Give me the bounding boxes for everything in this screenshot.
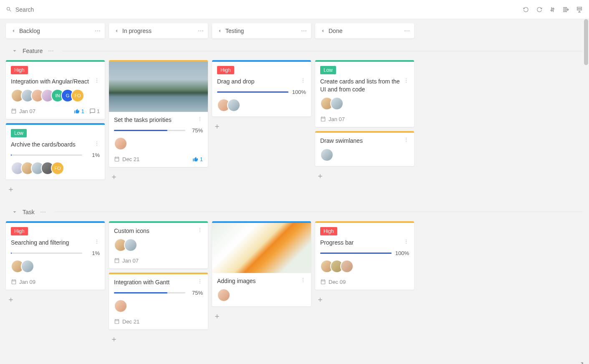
chevron-left-icon[interactable] [8, 28, 19, 34]
column-header[interactable]: Backlog [6, 23, 105, 38]
kanban-card[interactable]: HighIntegration with Angular/ReactINGFOJ… [6, 60, 105, 119]
progress-percent: 1% [86, 250, 100, 256]
chevron-down-icon[interactable] [12, 48, 18, 54]
add-card-button[interactable] [6, 295, 16, 305]
card-menu-icon[interactable] [195, 227, 203, 233]
avatar[interactable] [21, 260, 34, 273]
svg-point-52 [406, 240, 407, 240]
sort-icon[interactable] [549, 6, 556, 13]
add-card-button[interactable] [212, 311, 222, 321]
swimlane-menu-icon[interactable] [48, 48, 54, 54]
card-menu-icon[interactable] [91, 78, 100, 83]
svg-point-26 [200, 119, 200, 119]
search-input[interactable] [15, 6, 107, 13]
svg-point-37 [40, 212, 41, 212]
svg-point-38 [43, 212, 43, 212]
column-body: HighSearching and filtering1%Jan 09 [6, 221, 105, 305]
horizontal-scrollbar[interactable] [0, 357, 582, 364]
avatar[interactable] [217, 288, 230, 302]
vertical-scrollbar[interactable] [582, 19, 589, 357]
card-menu-icon[interactable] [91, 239, 100, 245]
svg-point-33 [406, 82, 407, 83]
svg-point-29 [303, 80, 303, 81]
avatar[interactable] [227, 99, 240, 112]
column-header[interactable]: In progress [109, 23, 208, 38]
column-menu-icon[interactable] [402, 28, 412, 34]
kanban-card[interactable]: Set the tasks priorities75%Dec 211 [109, 60, 208, 167]
kanban-card[interactable]: HighProgress bar100%Dec 09 [315, 221, 414, 290]
card-menu-icon[interactable] [401, 78, 409, 83]
add-card-button[interactable] [315, 171, 325, 181]
column-body: HighProgress bar100%Dec 09 [315, 221, 414, 305]
avatar[interactable] [124, 238, 137, 252]
like-button[interactable]: 1 [192, 156, 203, 162]
add-card-button[interactable] [109, 172, 119, 182]
svg-point-10 [301, 30, 302, 31]
card-menu-icon[interactable] [298, 78, 306, 83]
kanban-card[interactable]: HighDrag and drop100% [212, 60, 311, 116]
kanban-card[interactable]: LowCreate cards and lists from the UI an… [315, 60, 414, 127]
avatar[interactable] [340, 260, 354, 273]
svg-point-51 [303, 281, 303, 282]
add-card-button[interactable] [109, 334, 119, 344]
svg-point-25 [200, 117, 200, 118]
swimlane-title: Task [23, 209, 35, 215]
kanban-card[interactable]: Custom iconsJan 07 [109, 221, 208, 268]
column-body: LowCreate cards and lists from the UI an… [315, 60, 414, 181]
card-menu-icon[interactable] [195, 116, 203, 122]
kanban-card[interactable]: Draw swimlanes [315, 131, 414, 166]
kanban-card[interactable]: Adding images [212, 221, 311, 306]
column-body: HighDrag and drop100% [212, 60, 311, 131]
avatar[interactable]: FO [71, 89, 84, 102]
divider [63, 51, 583, 51]
column-header[interactable]: Done [315, 23, 414, 38]
kanban-card[interactable]: Integration with Gantt75%Dec 21 [109, 273, 208, 329]
svg-point-34 [406, 138, 407, 139]
kanban-card[interactable]: HighSearching and filtering1%Jan 09 [6, 221, 105, 290]
column-header[interactable]: Testing [212, 23, 311, 38]
add-card-button[interactable] [212, 121, 222, 131]
svg-point-40 [96, 240, 97, 240]
svg-point-18 [53, 51, 53, 51]
svg-point-12 [306, 30, 306, 31]
avatar[interactable]: FO [51, 162, 64, 175]
progress-bar: 100% [320, 250, 409, 256]
avatar[interactable] [114, 299, 127, 313]
svg-point-27 [200, 120, 200, 121]
add-column-icon[interactable] [562, 6, 570, 13]
comment-button[interactable]: 1 [89, 108, 100, 114]
chevron-left-icon[interactable] [214, 28, 225, 34]
add-card-button[interactable] [315, 295, 325, 305]
chevron-down-icon[interactable] [12, 209, 18, 215]
priority-tag: High [11, 227, 28, 235]
search-box [6, 6, 522, 13]
avatar[interactable] [114, 137, 127, 150]
priority-tag: High [11, 66, 28, 74]
kanban-card[interactable]: LowArchive the cards/boards1%FO [6, 123, 105, 179]
card-menu-icon[interactable] [91, 141, 100, 147]
chevron-left-icon[interactable] [317, 28, 329, 34]
card-title: Set the tasks priorities [114, 116, 195, 124]
divider [55, 212, 583, 212]
card-menu-icon[interactable] [401, 137, 409, 143]
column-menu-icon[interactable] [195, 28, 206, 34]
avatar[interactable] [320, 148, 334, 162]
chevron-left-icon[interactable] [111, 28, 122, 34]
card-menu-icon[interactable] [298, 277, 306, 283]
svg-point-32 [406, 80, 407, 81]
swimlane-menu-icon[interactable] [40, 209, 46, 215]
svg-point-23 [96, 143, 97, 144]
swimlane-header: Task [6, 206, 583, 218]
assignees [217, 99, 306, 112]
avatar[interactable] [330, 97, 344, 110]
add-row-icon[interactable] [576, 6, 583, 13]
redo-icon[interactable] [536, 6, 543, 13]
priority-tag: Low [11, 129, 27, 137]
like-button[interactable]: 1 [74, 108, 84, 114]
card-menu-icon[interactable] [401, 239, 409, 245]
undo-icon[interactable] [522, 6, 530, 13]
add-card-button[interactable] [6, 185, 16, 195]
card-menu-icon[interactable] [195, 278, 203, 284]
column-menu-icon[interactable] [92, 28, 103, 34]
column-menu-icon[interactable] [298, 28, 309, 34]
